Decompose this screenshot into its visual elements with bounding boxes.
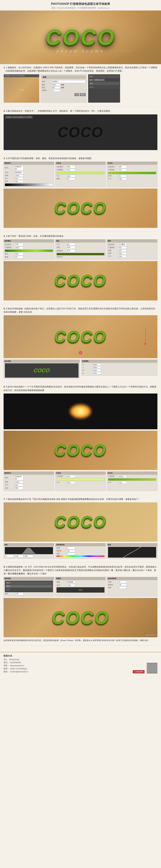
p1-val2[interactable]: 雕刻柔和: [15, 171, 23, 174]
s6-p3-val2[interactable]: 21px: [118, 481, 127, 484]
s5-coco-small: COCO: [33, 367, 50, 373]
step-6-num: 6.: [4, 385, 5, 388]
s8-layer-1[interactable]: 图层 1: [5, 581, 52, 584]
s4-p3-val5[interactable]: 10px: [118, 255, 127, 257]
p3-val1[interactable]: 滤色: [118, 165, 127, 168]
step-7-coco-display: COCO: [4, 502, 157, 542]
s5-p2-val2[interactable]: 300px: [92, 366, 101, 369]
s8-p3-val3[interactable]: 0: [118, 586, 127, 589]
p3-val4[interactable]: 13px: [118, 178, 127, 180]
s4-p3-row1: 混合模式: 正片叠底: [108, 243, 156, 246]
s7-p2-val2[interactable]: +20: [66, 550, 75, 552]
ps-canvas-bg: 背景层: [4, 77, 39, 102]
step-5-canvas: COCO 1: [4, 315, 157, 358]
footer-email-value: GuiGui@dcansail.cn: [10, 671, 28, 673]
p3-val3[interactable]: 0%: [118, 175, 127, 177]
s4-p1-val2[interactable]: 100%: [15, 246, 23, 249]
p1-val5[interactable]: 0px: [15, 180, 23, 183]
s4-gradient-preview[interactable]: [5, 249, 53, 252]
step-7-panel-3: 曲线: [107, 543, 157, 559]
s5-p2-val4[interactable]: 100%: [92, 372, 101, 374]
s4-p2-val1[interactable]: 4px: [66, 243, 75, 246]
s7-p1-val2[interactable]: 1.00: [15, 555, 23, 557]
s7-p2-val1[interactable]: 0: [66, 547, 75, 549]
s4-p3-val1[interactable]: 正片叠底: [118, 243, 127, 246]
s6-p2-val2[interactable]: 21px: [66, 481, 75, 484]
p1-color-gradient: [5, 183, 53, 186]
input-width[interactable]: 1200: [51, 84, 60, 86]
s4-p1-val3[interactable]: 线性: [15, 252, 23, 255]
s6-color-2[interactable]: [108, 478, 156, 481]
s8-p1-row1: 混合: 正常: [5, 592, 53, 595]
s4-p1-val4[interactable]: 90°: [15, 256, 23, 258]
step-5-panels: 自由变换 COCO 变换属性 X: 600px Y: 300px W: 100%: [4, 360, 157, 378]
input-name[interactable]: 未标题-1: [51, 80, 86, 83]
s7-p1-val3[interactable]: 255: [24, 555, 33, 557]
s8-p1-val1[interactable]: 正常: [15, 592, 23, 595]
s4-p3-val4[interactable]: 10px: [118, 252, 127, 255]
s6-p1-val4[interactable]: 线性: [15, 487, 23, 490]
p2-val1[interactable]: 滤色: [66, 165, 75, 168]
btn-ok[interactable]: 好: [74, 93, 79, 96]
step-1-layers-screenshot: 图层 正常 不透明度: 100% 背景 图层 1: [88, 74, 120, 103]
arrow-line: [145, 328, 146, 342]
btn-cancel[interactable]: 取消: [80, 93, 86, 96]
s4-p3-row3: 角度: 120°: [108, 249, 156, 252]
blend-mode-select[interactable]: 正常: [89, 79, 93, 81]
s7-p1-val1[interactable]: 0: [5, 555, 14, 557]
step-3-section: 3. 3.对于图层进行对应颜色调整，坐标、颜色、里面添加绿色基础样式的修改，参数…: [4, 157, 157, 231]
layer-item-bg[interactable]: 背景: [89, 82, 119, 85]
p2-val4[interactable]: 0%: [66, 178, 75, 180]
input-res[interactable]: 72: [51, 89, 60, 92]
s4-panel-2-title: 描边: [55, 240, 106, 243]
input-height[interactable]: 600: [51, 86, 60, 89]
s5-p2-label2: Y:: [82, 367, 91, 368]
s6-p1-val2[interactable]: 151%: [15, 481, 23, 484]
layer-item-1[interactable]: 图层 1: [89, 86, 119, 89]
s5-p2-val3[interactable]: 100%: [92, 369, 101, 372]
s7-hue-bar: [56, 556, 105, 557]
s4-p2-val2[interactable]: 外部: [66, 246, 75, 249]
s4-p1-label2: 不透明度:: [5, 246, 14, 249]
s5-transform-canvas: COCO: [5, 363, 79, 378]
s8-layer-2[interactable]: 图层 2: [5, 585, 52, 588]
s6-p1-val3[interactable]: 8px: [15, 484, 23, 486]
p1-val3[interactable]: 100%: [15, 175, 23, 177]
s8-p2-val2[interactable]: 2.0px: [66, 584, 75, 587]
p2-val2[interactable]: 75%: [66, 169, 75, 171]
p3-color-swatch[interactable]: [108, 172, 156, 174]
p2-val3[interactable]: 13px: [66, 175, 75, 177]
step-8-coco: COCO: [52, 608, 109, 628]
p1-val4[interactable]: 5px: [15, 177, 23, 180]
page-title: PHOTOSHOP 打造唯美绿色晶莹立体字体效果: [4, 2, 157, 6]
s8-layer-bg[interactable]: 背景: [5, 588, 52, 591]
s6-color-1[interactable]: [56, 478, 105, 481]
s4-stroke-color[interactable]: [56, 253, 105, 255]
p3-val2[interactable]: 75%: [118, 169, 127, 171]
s8-p2-val1[interactable]: 高斯模糊: [66, 581, 75, 584]
footer-email-label: 邮箱：: [4, 671, 9, 673]
s6-p2-row1: 不透明度: 50%: [56, 475, 105, 478]
s4-p2-val3[interactable]: 正常: [66, 249, 75, 252]
s5-p2-val1[interactable]: 600px: [92, 363, 101, 366]
s8-p3-val1[interactable]: +5: [118, 581, 127, 583]
s4-p3-val2[interactable]: 75%: [118, 246, 127, 249]
s6-p1-label1: 样式:: [5, 476, 14, 479]
p2-color-swatch[interactable]: [56, 172, 105, 174]
p3-row4: 大小: 13px: [108, 178, 156, 180]
s7-p2-val3[interactable]: 0: [66, 553, 75, 555]
s6-p1-label3: 大小:: [5, 484, 14, 486]
opacity-field[interactable]: 不透明度: 100%: [93, 79, 105, 81]
hero-subtitle: DREAM SHOWS: [56, 50, 105, 54]
step-4-panel-1: 渐变叠加 混合模式: 正常 不透明度: 100% 样式: 线性 角度: 90°: [4, 239, 54, 260]
s6-p3-val1[interactable]: 46f1a2: [118, 475, 127, 478]
p1-val1[interactable]: 斜面和浮雕: [15, 165, 23, 171]
s4-p1-val1[interactable]: 正常: [15, 243, 23, 246]
s8-p3-val2[interactable]: +30: [118, 584, 127, 586]
s6-p2-val1[interactable]: 50%: [66, 475, 75, 478]
s7-p1-row1: 0 1.00 255: [5, 555, 53, 557]
s4-p3-val3[interactable]: 120°: [118, 249, 127, 252]
s8-p2-label2: 半径:: [56, 584, 65, 587]
s4-p3-label4: 距离:: [108, 252, 117, 254]
s6-p1-val1[interactable]: 斜面和浮雕: [15, 475, 23, 480]
